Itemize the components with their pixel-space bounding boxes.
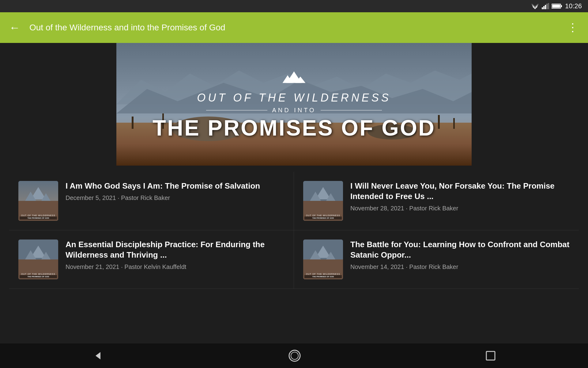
mountain-icon [153, 70, 435, 88]
sermon-item[interactable]: OUT OF THE WILDERNESS THE PROMISES OF GO… [294, 230, 579, 289]
svg-rect-21 [453, 118, 455, 129]
hero-text: Out of the Wilderness and into The Promi… [146, 64, 442, 145]
bottom-nav [0, 343, 588, 368]
thumb-bottom-line: THE PROMISES OF GOD [20, 217, 57, 220]
app-bar-title: Out of the Wilderness and into the Promi… [29, 23, 567, 33]
sermon-info: I Will Never Leave You, Nor Forsake You:… [350, 181, 570, 212]
back-nav-button[interactable] [92, 350, 104, 362]
thumb-top-line: OUT OF THE WILDERNESS [20, 273, 57, 275]
sermon-thumbnail: OUT OF THE WILDERNESS THE PROMISES OF GO… [303, 240, 343, 279]
thumb-text: OUT OF THE WILDERNESS THE PROMISES OF GO… [18, 213, 58, 221]
thumb-top-line: OUT OF THE WILDERNESS [20, 214, 57, 217]
svg-rect-4 [543, 6, 545, 9]
app-bar: ← Out of the Wilderness and into the Pro… [0, 12, 588, 43]
sermon-meta: November 21, 2021 · Pastor Kelvin Kauffe… [66, 263, 285, 270]
svg-marker-25 [292, 71, 297, 76]
sermon-title: I Am Who God Says I Am: The Promise of S… [66, 181, 285, 191]
svg-rect-50 [486, 351, 495, 360]
recent-nav-button[interactable] [485, 350, 496, 361]
wifi-icon [531, 3, 539, 9]
signal-icon [542, 3, 549, 9]
svg-rect-18 [132, 117, 134, 129]
sermon-item[interactable]: OUT OF THE WILDERNESS THE PROMISES OF GO… [9, 230, 294, 289]
svg-rect-3 [542, 7, 543, 9]
svg-rect-6 [546, 4, 548, 9]
main-content: Out of the Wilderness and into The Promi… [0, 43, 588, 343]
svg-rect-10 [552, 5, 560, 8]
thumb-bottom-line: THE PROMISES OF GOD [20, 275, 57, 278]
thumb-top-line: OUT OF THE WILDERNESS [304, 273, 342, 275]
thumb-bottom-line: THE PROMISES OF GOD [304, 217, 342, 220]
back-nav-icon [92, 350, 104, 362]
sermon-item[interactable]: OUT OF THE WILDERNESS THE PROMISES OF GO… [9, 172, 294, 230]
sermon-meta: November 28, 2021 · Pastor Rick Baker [350, 205, 570, 212]
thumb-top-line: OUT OF THE WILDERNESS [304, 214, 342, 217]
sermon-title: I Will Never Leave You, Nor Forsake You:… [350, 181, 570, 202]
status-icons: 10:26 [531, 2, 582, 10]
more-options-button[interactable]: ⋮ [567, 21, 579, 34]
svg-point-49 [291, 352, 298, 359]
sermon-thumbnail: OUT OF THE WILDERNESS THE PROMISES OF GO… [18, 240, 58, 279]
home-nav-icon [288, 349, 301, 362]
svg-rect-5 [545, 5, 546, 9]
svg-marker-26 [286, 75, 289, 78]
hero-title-mid: and into [272, 107, 316, 114]
status-time: 10:26 [565, 2, 582, 10]
thumb-text: OUT OF THE WILDERNESS THE PROMISES OF GO… [303, 272, 343, 279]
sermon-info: An Essential Discipleship Practice: For … [66, 240, 285, 270]
hero-image: Out of the Wilderness and into The Promi… [116, 43, 472, 166]
sermon-info: The Battle for You: Learning How to Conf… [350, 240, 570, 270]
thumb-bottom-line: THE PROMISES OF GOD [304, 275, 342, 278]
status-bar: 10:26 [0, 0, 588, 12]
svg-rect-7 [548, 3, 549, 9]
sermon-item[interactable]: OUT OF THE WILDERNESS THE PROMISES OF GO… [294, 172, 579, 230]
hero-banner: Out of the Wilderness and into The Promi… [0, 43, 588, 166]
sermon-meta: December 5, 2021 · Pastor Rick Baker [66, 194, 285, 201]
recent-nav-icon [485, 350, 496, 361]
hero-title-top: Out of the Wilderness [153, 91, 435, 104]
thumb-text: OUT OF THE WILDERNESS THE PROMISES OF GO… [303, 213, 343, 221]
svg-rect-9 [561, 5, 562, 7]
home-nav-button[interactable] [288, 349, 301, 362]
thumb-text: OUT OF THE WILDERNESS THE PROMISES OF GO… [18, 272, 58, 279]
sermon-meta: November 14, 2021 · Pastor Rick Baker [350, 263, 570, 270]
back-button[interactable]: ← [9, 22, 20, 33]
battery-icon [552, 3, 563, 9]
sermon-title: The Battle for You: Learning How to Conf… [350, 240, 570, 260]
hero-title-bottom: The Promises of God [153, 117, 435, 139]
sermon-thumbnail: OUT OF THE WILDERNESS THE PROMISES OF GO… [303, 181, 343, 221]
sermon-list: OUT OF THE WILDERNESS THE PROMISES OF GO… [0, 166, 588, 295]
sermon-thumbnail: OUT OF THE WILDERNESS THE PROMISES OF GO… [18, 181, 58, 221]
svg-marker-47 [96, 352, 100, 359]
hero-title-divider: and into [153, 107, 435, 114]
sermon-info: I Am Who God Says I Am: The Promise of S… [66, 181, 285, 201]
sermon-title: An Essential Discipleship Practice: For … [66, 240, 285, 260]
